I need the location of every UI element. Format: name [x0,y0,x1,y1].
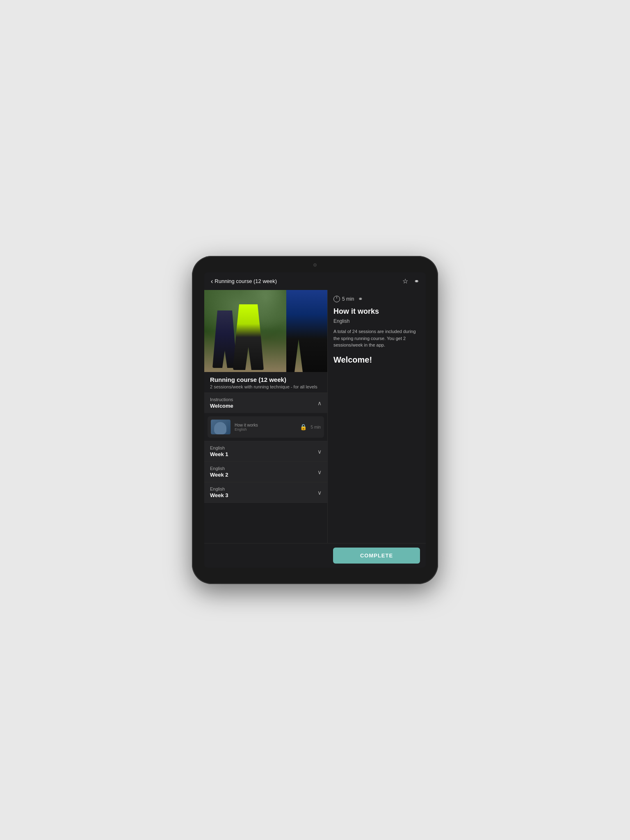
nav-actions: ☆ ⚭ [402,277,419,285]
session-meta: 5 min ⚭ [333,296,420,302]
content-area: Running course (12 week) 2 sessions/week… [204,290,426,543]
chevron-down-icon-week3: ∨ [317,489,322,496]
session-time: 5 min [333,296,354,302]
accordion-label-week2: English [210,466,228,471]
thumb-person [214,422,226,434]
runner-figure-3 [286,290,327,372]
chevron-down-icon-week1: ∨ [317,448,322,455]
accordion-title-week1: Week 1 [210,451,228,457]
nav-title: Running course (12 week) [215,278,277,284]
accordion-title-week3: Week 3 [210,492,228,498]
tablet-screen: ‹ Running course (12 week) ☆ ⚭ [204,272,426,568]
nav-bar: ‹ Running course (12 week) ☆ ⚭ [204,272,426,290]
chevron-down-icon-week2: ∨ [317,469,322,475]
lock-icon: 🔒 [300,424,307,430]
content-item-how-it-works[interactable]: How it works English 🔒 5 min [208,416,324,438]
complete-button[interactable]: COMPLETE [333,548,420,564]
clock-icon [333,296,340,302]
content-item-sub: English [235,427,296,431]
accordion-header-instructions[interactable]: Instructions Welcome ∧ [204,393,327,413]
content-heading: How it works [333,307,420,316]
welcome-heading: Welcome! [333,355,420,365]
accordion-header-week2[interactable]: English Week 2 ∨ [204,462,327,482]
bottom-area: COMPLETE [204,543,426,568]
accordion-header-text-instructions: Instructions Welcome [210,397,233,409]
course-image [204,290,327,372]
tablet-device: ‹ Running course (12 week) ☆ ⚭ [192,256,438,584]
back-icon: ‹ [211,278,213,285]
bottom-right-action: COMPLETE [327,543,426,568]
accordion-title-week2: Week 2 [210,472,228,478]
tablet-camera [313,263,317,267]
right-panel: 5 min ⚭ How it works English A total of … [327,290,426,543]
accordion-label-week1: English [210,445,228,450]
accordion-header-text-week3: English Week 3 [210,486,228,498]
clock-hand [337,297,337,299]
accordion-title-instructions: Welcome [210,403,233,409]
duration-label: 5 min [342,296,354,302]
content-item-thumbnail [211,420,231,434]
content-description: A total of 24 sessions are included duri… [333,328,420,349]
content-language: English [333,318,420,324]
accordion-header-text-week2: English Week 2 [210,466,228,478]
content-item-title: How it works [235,423,296,427]
accordion-week1: English Week 1 ∨ [204,441,327,462]
star-icon[interactable]: ☆ [402,277,408,285]
course-title: Running course (12 week) [210,376,322,383]
accordion-header-text-week1: English Week 1 [210,445,228,457]
accordion-header-week3[interactable]: English Week 3 ∨ [204,482,327,502]
accordion-header-week1[interactable]: English Week 1 ∨ [204,441,327,461]
accordion-instructions: Instructions Welcome ∧ How it works [204,393,327,441]
share-link-icon[interactable]: ⚭ [414,277,419,285]
accordion-label-week3: English [210,486,228,491]
back-button[interactable]: ‹ Running course (12 week) [211,278,277,285]
course-info: Running course (12 week) 2 sessions/week… [204,372,327,393]
content-item-info: How it works English [235,423,296,431]
bottom-left-spacer [204,543,327,568]
course-subtitle: 2 sessions/week with running technique -… [210,384,322,389]
accordion-week3: English Week 3 ∨ [204,482,327,503]
link-icon[interactable]: ⚭ [358,296,363,302]
accordion-content-instructions: How it works English 🔒 5 min [204,413,327,441]
left-panel: Running course (12 week) 2 sessions/week… [204,290,327,543]
content-item-duration: 5 min [311,425,321,429]
chevron-up-icon: ∧ [317,400,322,406]
accordion-week2: English Week 2 ∨ [204,462,327,482]
accordion-label-instructions: Instructions [210,397,233,402]
